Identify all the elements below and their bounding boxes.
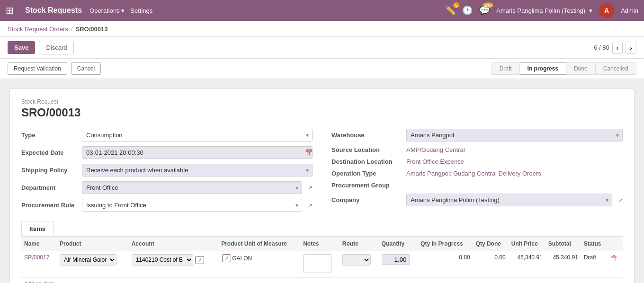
company-ext-link-icon[interactable]: ↗ xyxy=(618,197,623,203)
pagination: 6 / 80 ‹ › xyxy=(594,42,636,54)
tabs-bar: Items xyxy=(21,221,623,236)
company-select[interactable]: Amaris Panglima Polim (Testing) xyxy=(406,194,612,206)
destination-location-label: Destination Location xyxy=(331,158,402,165)
source-location-row: Source Location AMP/Gudang Central xyxy=(331,146,623,153)
type-row: Type Consumption xyxy=(21,129,313,142)
company-select-wrapper[interactable]: Amaris Panglima Polim (Testing) xyxy=(406,194,612,206)
date-picker-icon[interactable]: 📅 xyxy=(305,149,313,156)
quantity-input[interactable] xyxy=(382,254,410,265)
page-info: 6 / 80 xyxy=(594,44,609,51)
company-label: Company xyxy=(331,196,402,203)
department-ext-link-icon[interactable]: ↗ xyxy=(308,185,313,191)
col-qty-done: Qty Done xyxy=(473,237,509,251)
department-row: Department Front Office ↗ xyxy=(21,181,313,194)
nav-menu: Operations ▾ Settings xyxy=(89,7,152,14)
cell-uom: ↗ GALON xyxy=(218,251,300,278)
breadcrumb-bar: Stock Request Orders / SRO/00013 xyxy=(0,21,644,37)
status-done: Done xyxy=(566,62,596,75)
warehouse-label: Warehouse xyxy=(331,132,402,139)
source-location-value[interactable]: AMP/Gudang Central xyxy=(406,146,465,153)
breadcrumb-separator: / xyxy=(71,26,73,33)
user-menu[interactable]: Amaris Panglima Polim (Testing) ▾ xyxy=(496,7,592,14)
prev-page-button[interactable]: ‹ xyxy=(612,42,623,54)
cell-notes[interactable] xyxy=(300,251,340,278)
procurement-rule-select[interactable]: Issuing to Front Office xyxy=(82,199,302,212)
status-bar: Draft In progress Done Cancelled xyxy=(492,62,636,75)
save-button[interactable]: Save xyxy=(8,41,35,54)
warehouse-select-wrapper[interactable]: Amaris Pangpol xyxy=(406,129,623,142)
breadcrumb-parent[interactable]: Stock Request Orders xyxy=(8,26,68,33)
user-name: Amaris Panglima Polim (Testing) xyxy=(496,7,585,14)
account-ext-btn[interactable]: ↗ xyxy=(195,256,204,264)
shipping-policy-select[interactable]: Receive each product when available xyxy=(82,164,313,177)
col-qty-in-progress: Qty In Progress xyxy=(418,237,473,251)
table-row: SR/00017 Air Mineral Galon 11 xyxy=(21,251,623,278)
uom-ext-btn[interactable]: ↗ xyxy=(222,254,231,262)
shipping-policy-row: Shipping Policy Receive each product whe… xyxy=(21,164,313,177)
form-card: Stock Request SRO/00013 Type Consumption… xyxy=(9,88,635,283)
form-right: Warehouse Amaris Pangpol Source Location… xyxy=(331,129,623,212)
nav-operations[interactable]: Operations ▾ xyxy=(89,7,125,14)
form-title: SRO/00013 xyxy=(21,106,623,119)
department-select[interactable]: Front Office xyxy=(82,181,302,194)
cell-route xyxy=(340,251,379,278)
avatar[interactable]: A xyxy=(599,3,614,18)
account-select[interactable]: 1140210 Cost of Bever... xyxy=(132,254,193,265)
type-label: Type xyxy=(21,132,78,139)
procurement-rule-select-wrapper[interactable]: Issuing to Front Office xyxy=(82,199,302,212)
warehouse-select[interactable]: Amaris Pangpol xyxy=(406,129,623,142)
company-row: Company Amaris Panglima Polim (Testing) … xyxy=(331,194,623,206)
type-select[interactable]: Consumption xyxy=(82,129,313,142)
chat-badge: 238 xyxy=(483,2,493,8)
discard-button[interactable]: Discard xyxy=(39,41,74,54)
next-page-button[interactable]: › xyxy=(626,42,636,54)
clock-icon-btn[interactable]: 🕐 xyxy=(462,5,473,16)
destination-location-value[interactable]: Front Office Expense xyxy=(406,158,464,165)
procurement-group-label: Procurement Group xyxy=(331,182,402,189)
tab-items[interactable]: Items xyxy=(21,221,54,236)
edit-badge: 5 xyxy=(453,2,459,8)
shipping-policy-select-wrapper[interactable]: Receive each product when available xyxy=(82,164,313,177)
request-validation-button[interactable]: Request Validation xyxy=(8,62,67,75)
col-actions xyxy=(608,237,623,251)
chat-icon-btn[interactable]: 💬 238 xyxy=(479,5,490,16)
status-draft: Draft xyxy=(492,62,520,75)
cell-quantity xyxy=(379,251,418,278)
shipping-policy-label: Shipping Policy xyxy=(21,167,78,174)
col-unit-price: Unit Price xyxy=(509,237,546,251)
route-select[interactable] xyxy=(342,254,371,265)
items-table: Name Product Account Product Unit of Mea… xyxy=(21,236,623,278)
procurement-rule-row: Procurement Rule Issuing to Front Office… xyxy=(21,199,313,212)
nav-settings[interactable]: Settings xyxy=(130,7,152,14)
cell-delete[interactable]: 🗑 xyxy=(608,251,623,278)
product-select[interactable]: Air Mineral Galon xyxy=(60,254,116,265)
add-item-link[interactable]: Add an item xyxy=(21,278,623,283)
cancel-button[interactable]: Cancel xyxy=(71,62,101,75)
procurement-rule-ext-link-icon[interactable]: ↗ xyxy=(308,202,313,209)
cell-product: Air Mineral Galon xyxy=(57,251,129,278)
main-content: Stock Request SRO/00013 Type Consumption… xyxy=(0,79,644,283)
action-bar: Save Discard 6 / 80 ‹ › xyxy=(0,37,644,59)
nav-right: ✏️ 5 🕐 💬 238 Amaris Panglima Polim (Test… xyxy=(445,3,638,18)
top-navbar: ⊞ Stock Requests Operations ▾ Settings ✏… xyxy=(0,0,644,21)
grid-icon[interactable]: ⊞ xyxy=(6,5,14,16)
form-grid: Type Consumption Expected Date 03-01-202… xyxy=(21,129,623,212)
breadcrumb: Stock Request Orders / SRO/00013 xyxy=(8,26,636,33)
admin-label: Admin xyxy=(621,7,638,14)
delete-row-icon[interactable]: 🗑 xyxy=(610,254,618,262)
table-header-row: Name Product Account Product Unit of Mea… xyxy=(21,237,623,251)
col-uom: Product Unit of Measure xyxy=(218,237,300,251)
status-inprogress: In progress xyxy=(520,62,566,75)
department-select-wrapper[interactable]: Front Office xyxy=(82,181,302,194)
cell-name: SR/00017 xyxy=(21,251,57,278)
cell-subtotal: 45,340.91 xyxy=(546,251,581,278)
notes-input[interactable] xyxy=(303,254,331,273)
warehouse-row: Warehouse Amaris Pangpol xyxy=(331,129,623,142)
expected-date-input[interactable]: 03-01-2021 20:00:30 xyxy=(82,146,313,159)
type-select-wrapper[interactable]: Consumption xyxy=(82,129,313,142)
source-location-label: Source Location xyxy=(331,146,402,153)
operation-type-value[interactable]: Amaris Pangpol: Gudang Central Delivery … xyxy=(406,170,541,177)
operation-type-label: Operation Type xyxy=(331,170,402,177)
edit-icon-btn[interactable]: ✏️ 5 xyxy=(445,5,456,16)
operation-type-row: Operation Type Amaris Pangpol: Gudang Ce… xyxy=(331,170,623,177)
